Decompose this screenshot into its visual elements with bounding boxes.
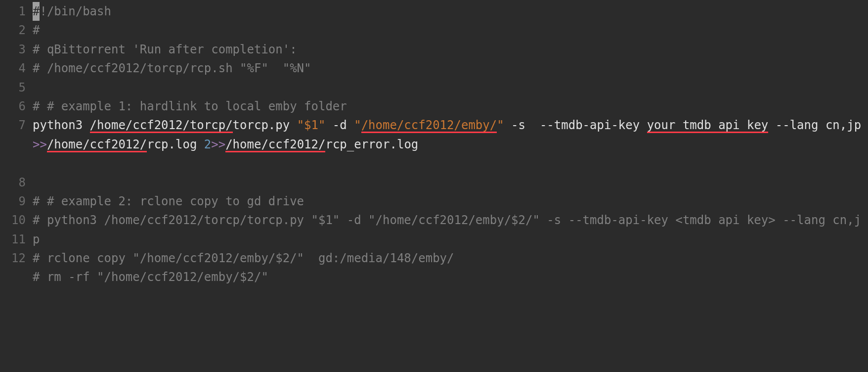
underlined-path: /home/ccf2012/ bbox=[225, 138, 325, 151]
underlined-path: /home/ccf2012/torcp/ bbox=[90, 118, 233, 132]
code-line[interactable]: python3 /home/ccf2012/torcp/torcp.py "$1… bbox=[33, 116, 863, 173]
comment-text: # bbox=[33, 23, 40, 37]
underlined-apikey: your_tmdb_api_key bbox=[647, 118, 769, 132]
string-quote: " bbox=[354, 118, 361, 132]
line-number: 9 bbox=[0, 192, 26, 211]
shebang-text: !/bin/bash bbox=[40, 4, 111, 18]
comment-text: # rm -rf "/home/ccf2012/emby/$2/" bbox=[33, 270, 268, 284]
command-token: python3 bbox=[33, 118, 90, 132]
code-area[interactable]: #!/bin/bash # # qBittorrent 'Run after c… bbox=[33, 2, 868, 372]
log-file: rcp_error.log bbox=[325, 138, 418, 151]
arg-token: cn,jp bbox=[825, 118, 868, 132]
line-number: 11 bbox=[0, 230, 26, 249]
code-line[interactable]: #!/bin/bash bbox=[33, 2, 863, 21]
comment-text: # # example 1: hardlink to local emby fo… bbox=[33, 99, 347, 113]
line-number: 10 bbox=[0, 211, 26, 230]
comment-text: # python3 /home/ccf2012/torcp/torcp.py "… bbox=[33, 213, 861, 246]
redirect-op: >> bbox=[33, 138, 47, 151]
flag-token: -d bbox=[325, 118, 354, 132]
comment-text: # # example 2: rclone copy to gd drive bbox=[33, 194, 304, 208]
code-line[interactable] bbox=[33, 173, 863, 192]
line-number bbox=[0, 154, 26, 173]
code-line[interactable]: # /home/ccf2012/torcp/rcp.sh "%F" "%N" bbox=[33, 59, 863, 78]
line-number: 8 bbox=[0, 173, 26, 192]
code-line[interactable]: # rm -rf "/home/ccf2012/emby/$2/" bbox=[33, 268, 863, 286]
code-line[interactable]: # python3 /home/ccf2012/torcp/torcp.py "… bbox=[33, 211, 863, 249]
line-number: 5 bbox=[0, 78, 26, 97]
text-cursor: # bbox=[33, 2, 40, 21]
flag-token: --lang bbox=[768, 118, 825, 132]
code-line[interactable]: # rclone copy "/home/ccf2012/emby/$2/" g… bbox=[33, 249, 863, 268]
flag-token: -s bbox=[504, 118, 533, 132]
fd-number: 2 bbox=[204, 138, 211, 151]
code-line[interactable]: # qBittorrent 'Run after completion': bbox=[33, 40, 863, 59]
line-number: 12 bbox=[0, 249, 26, 268]
line-number bbox=[0, 135, 26, 154]
comment-text: # rclone copy "/home/ccf2012/emby/$2/" g… bbox=[33, 251, 454, 265]
code-line[interactable]: # bbox=[33, 21, 863, 40]
underlined-path: /home/ccf2012/ bbox=[47, 138, 147, 151]
line-number: 1 bbox=[0, 2, 26, 21]
redirect-op: >> bbox=[211, 138, 225, 151]
code-line[interactable]: # # example 1: hardlink to local emby fo… bbox=[33, 97, 863, 116]
line-number: 2 bbox=[0, 21, 26, 40]
comment-text: # qBittorrent 'Run after completion': bbox=[33, 43, 297, 56]
log-file: rcp.log bbox=[147, 138, 204, 151]
string-quote: " bbox=[497, 118, 504, 132]
line-number: 7 bbox=[0, 116, 26, 135]
code-line[interactable]: # # example 2: rclone copy to gd drive bbox=[33, 192, 863, 211]
string-token: "$1" bbox=[297, 118, 326, 132]
underlined-path: /home/ccf2012/emby/ bbox=[361, 118, 497, 132]
flag-token: --tmdb-api-key bbox=[532, 118, 647, 132]
script-name: torcp.py bbox=[233, 118, 297, 132]
line-number: 6 bbox=[0, 97, 26, 116]
code-line[interactable] bbox=[33, 78, 863, 97]
comment-text: # /home/ccf2012/torcp/rcp.sh "%F" "%N" bbox=[33, 61, 311, 75]
code-editor[interactable]: 1 2 3 4 5 6 7 8 9 10 11 12 #!/bin/bash #… bbox=[0, 0, 868, 372]
line-number: 4 bbox=[0, 59, 26, 78]
line-number-gutter: 1 2 3 4 5 6 7 8 9 10 11 12 bbox=[0, 2, 33, 372]
line-number: 3 bbox=[0, 40, 26, 59]
